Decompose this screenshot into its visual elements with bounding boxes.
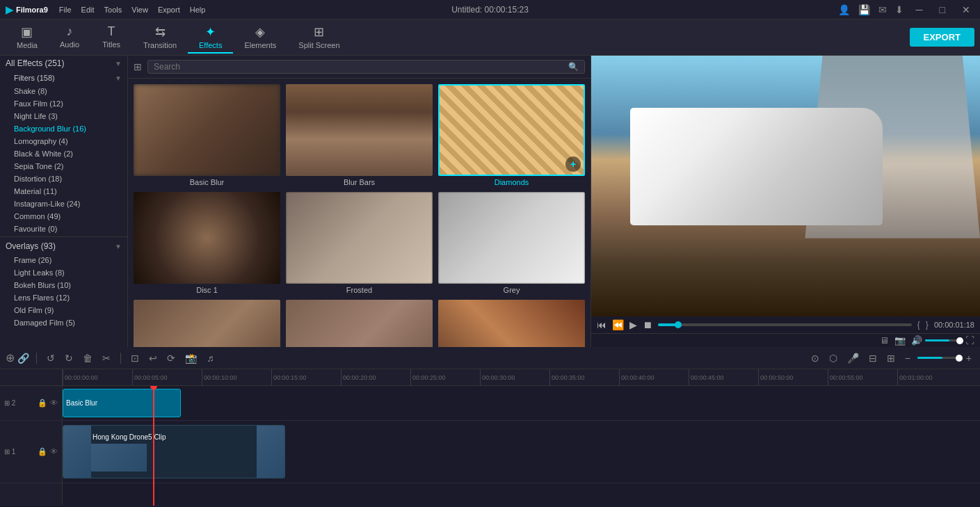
sidebar-material[interactable]: Material (11) (0, 185, 127, 198)
zoom-slider[interactable] (917, 357, 959, 359)
mask-icon[interactable]: ⬡ (826, 351, 840, 365)
monitor-icon[interactable]: 🖥 (880, 335, 889, 346)
sidebar-night-life[interactable]: Night Life (3) (0, 110, 127, 122)
rotate-button[interactable]: ↩ (146, 351, 160, 365)
menu-edit[interactable]: Edit (81, 6, 95, 14)
media-label: Media (17, 41, 38, 49)
go-start-button[interactable]: ⏮ (597, 319, 607, 330)
voice-icon[interactable]: 🎤 (844, 351, 862, 365)
sidebar-faux-film[interactable]: Faux Film (12) (0, 97, 127, 110)
sidebar-common[interactable]: Common (49) (0, 210, 127, 223)
progress-fill (658, 323, 678, 326)
progress-bar[interactable] (658, 323, 912, 326)
track1-eye-icon[interactable]: 👁 (50, 447, 58, 456)
track2-eye-icon[interactable]: 👁 (50, 399, 58, 408)
menu-export[interactable]: Export (158, 6, 180, 14)
menu-tools[interactable]: Tools (104, 6, 122, 14)
track1-label: ⊞ 1 (4, 448, 15, 456)
effect-generic3[interactable] (438, 300, 585, 347)
tool-media[interactable]: ▣ Media (6, 22, 49, 54)
ruler-mark-4: 00:00:20:00 (341, 369, 410, 385)
splitscreen-label: Split Screen (298, 41, 339, 49)
mail-icon[interactable]: ✉ (878, 4, 887, 15)
save-icon[interactable]: 💾 (858, 4, 870, 15)
sidebar-instagram-like[interactable]: Instagram-Like (24) (0, 198, 127, 210)
effect-thumb-grey (438, 192, 585, 284)
overlays-header[interactable]: Overlays (93) ▼ (0, 239, 127, 254)
redo-button[interactable]: ↻ (62, 351, 76, 365)
sidebar-old-film[interactable]: Old Film (9) (0, 304, 127, 316)
sidebar-sepia-tone[interactable]: Sepia Tone (2) (0, 160, 127, 172)
sidebar-black-white[interactable]: Black & White (2) (0, 147, 127, 160)
delete-button[interactable]: 🗑 (80, 351, 95, 365)
menu-help[interactable]: Help (190, 6, 206, 14)
effect-generic2[interactable]: + (286, 300, 433, 347)
grid-view-icon[interactable]: ⊞ (134, 61, 142, 72)
pip-icon[interactable]: ⊞ (884, 351, 898, 365)
effect-grey[interactable]: Grey (438, 192, 585, 294)
track1-icons: 🔒 👁 (38, 447, 58, 456)
sidebar-damaged-film[interactable]: Damaged Film (5) (0, 316, 127, 329)
effect-blur-bars[interactable]: Blur Bars (286, 84, 433, 186)
step-back-button[interactable]: ⏪ (612, 319, 624, 330)
search-input[interactable] (154, 62, 565, 72)
cut-button[interactable]: ✂ (99, 351, 113, 365)
menu-file[interactable]: File (59, 6, 72, 14)
tool-splitscreen[interactable]: ⊞ Split Screen (287, 22, 351, 54)
track2-lock-icon[interactable]: 🔒 (38, 399, 47, 408)
plus-zoom-icon[interactable]: + (963, 351, 974, 365)
effect-frosted[interactable]: Frosted (286, 192, 433, 294)
effect-add-diamonds-btn[interactable]: + (565, 156, 581, 172)
camera-icon[interactable]: 📷 (894, 335, 906, 346)
maximize-button[interactable]: □ (935, 4, 949, 15)
tool-titles[interactable]: T Titles (90, 22, 132, 53)
sidebar-shake[interactable]: Shake (8) (0, 85, 127, 97)
volume-icon[interactable]: 🔊 (911, 335, 922, 346)
all-effects-header[interactable]: All Effects (251) ▼ (0, 56, 127, 71)
effect-generic1[interactable] (134, 300, 280, 347)
speed-button[interactable]: ⟳ (164, 351, 178, 365)
basic-blur-clip[interactable]: Basic Blur (63, 389, 181, 417)
download-icon[interactable]: ⬇ (895, 4, 903, 15)
export-button[interactable]: EXPORT (910, 28, 974, 47)
tool-transition[interactable]: ⇆ Transition (132, 22, 188, 54)
link-icon[interactable]: 🔗 (17, 353, 29, 364)
sidebar-distortion[interactable]: Distortion (18) (0, 172, 127, 185)
track-bodies: Basic Blur Hong Kong Drone5 Clip (63, 386, 980, 506)
sidebar-light-leaks[interactable]: Light Leaks (8) (0, 266, 127, 279)
audio-adj-button[interactable]: ♬ (204, 351, 217, 365)
playhead[interactable] (153, 386, 154, 506)
stop-button[interactable]: ⏹ (643, 319, 652, 330)
fullscreen-icon[interactable]: ⛶ (965, 335, 974, 346)
track1-lock-icon[interactable]: 🔒 (38, 447, 47, 456)
close-button[interactable]: ✕ (958, 4, 974, 15)
sidebar-favourite[interactable]: Favourite (0) (0, 223, 127, 235)
filters-header[interactable]: Filters (158) ▼ (0, 71, 127, 85)
user-icon[interactable]: 👤 (838, 4, 850, 15)
sidebar-bokeh-blurs[interactable]: Bokeh Blurs (10) (0, 279, 127, 291)
crop-button[interactable]: ⊡ (128, 351, 142, 365)
effect-diamonds[interactable]: + Diamonds (438, 84, 585, 186)
transition-label: Transition (143, 41, 177, 49)
undo-button[interactable]: ↺ (44, 351, 58, 365)
add-track-icon[interactable]: ⊕ (6, 351, 15, 364)
sidebar-lens-flares[interactable]: Lens Flares (12) (0, 291, 127, 304)
sidebar-lomography[interactable]: Lomography (4) (0, 135, 127, 147)
motion-track-icon[interactable]: ⊙ (808, 351, 822, 365)
tool-effects[interactable]: ✦ Effects (188, 22, 233, 54)
sidebar-background-blur[interactable]: Background Blur (16) (0, 122, 127, 135)
effect-basic-blur[interactable]: Basic Blur (134, 84, 280, 186)
effects-grid: Basic Blur Blur Bars + Diamonds (128, 79, 591, 347)
tool-audio[interactable]: ♪ Audio (49, 22, 90, 53)
sidebar-frame[interactable]: Frame (26) (0, 254, 127, 266)
play-button[interactable]: ▶ (629, 319, 637, 330)
snapshot-button[interactable]: 📸 (182, 351, 200, 365)
minus-zoom-icon[interactable]: − (902, 351, 913, 365)
tool-elements[interactable]: ◈ Elements (233, 22, 287, 54)
volume-slider[interactable] (925, 339, 960, 341)
menu-view[interactable]: View (131, 6, 148, 14)
minimize-button[interactable]: ─ (912, 4, 927, 15)
video-clip[interactable]: Hong Kong Drone5 Clip (63, 425, 285, 478)
effect-disc1[interactable]: Disc 1 (134, 192, 280, 294)
multi-track-icon[interactable]: ⊟ (866, 351, 880, 365)
